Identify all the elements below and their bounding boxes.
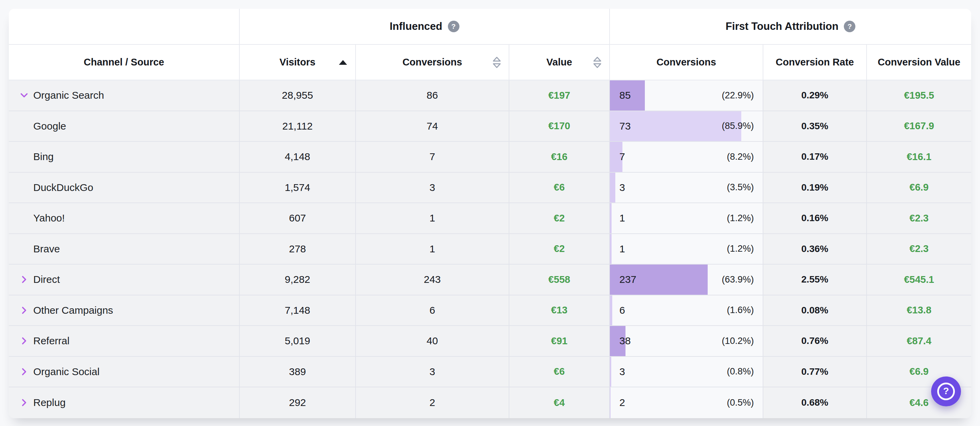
influenced-conversions-cell: 86 <box>356 81 509 111</box>
row-expand-toggle[interactable] <box>18 397 33 409</box>
header-fta-conversions[interactable]: Conversions <box>610 45 764 81</box>
visitors-cell: 5,019 <box>240 326 356 356</box>
header-conversion-value[interactable]: Conversion Value <box>867 45 971 81</box>
channel-cell: Organic Search <box>9 81 240 111</box>
conversion-value-cell: €6.9 <box>867 173 971 203</box>
table-row[interactable]: Direct 9,282 243 €558 237 (63.9%) 2.55% … <box>9 264 971 295</box>
group-header-empty <box>9 9 240 45</box>
table-row[interactable]: Yahoo! 607 1 €2 1 (1.2%) 0.16% €2.3 <box>9 203 971 234</box>
header-visitors[interactable]: Visitors <box>240 45 356 81</box>
table-row[interactable]: Google 21,112 74 €170 73 (85.9%) 0.35% €… <box>9 111 971 142</box>
channel-label: Organic Search <box>33 90 104 101</box>
conversion-value-cell: €2.3 <box>867 234 971 264</box>
influenced-help-icon[interactable]: ? <box>448 21 460 32</box>
conversion-share-bar <box>610 357 611 387</box>
channel-label: Yahoo! <box>33 212 65 224</box>
influenced-value-cell: €6 <box>509 173 610 203</box>
sort-icon[interactable] <box>492 56 501 68</box>
influenced-conversions-cell: 1 <box>356 203 509 233</box>
fta-conversions-value: 1 <box>619 212 625 224</box>
table-row[interactable]: Brave 278 1 €2 1 (1.2%) 0.36% €2.3 <box>9 234 971 265</box>
fta-conversions-cell: 73 (85.9%) <box>610 111 764 141</box>
conversion-rate-cell: 0.76% <box>764 326 867 356</box>
influenced-value-cell: €6 <box>509 357 610 387</box>
group-header-first-touch: First Touch Attribution ? <box>610 9 971 45</box>
sort-asc-active-icon[interactable] <box>338 59 348 65</box>
group-header-row: Influenced ? First Touch Attribution ? <box>9 9 971 45</box>
conversion-rate-cell: 0.16% <box>764 203 867 233</box>
header-influenced-value-label: Value <box>546 57 572 68</box>
channel-cell: Direct <box>9 264 240 295</box>
conversion-rate-cell: 2.55% <box>764 264 867 295</box>
row-expand-toggle[interactable] <box>18 366 33 377</box>
row-expand-toggle[interactable] <box>18 335 33 347</box>
table-row[interactable]: Organic Social 389 3 €6 3 (0.8%) 0.77% €… <box>9 357 971 388</box>
fta-conversions-value: 7 <box>619 151 625 163</box>
conversion-share-bar <box>610 295 612 326</box>
header-channel-label: Channel / Source <box>84 57 164 68</box>
fta-conversions-value: 237 <box>619 274 636 285</box>
header-channel-source[interactable]: Channel / Source <box>9 45 240 81</box>
fta-conversions-cell: 1 (1.2%) <box>610 203 764 233</box>
channel-cell: Brave <box>9 234 240 264</box>
channel-cell: Organic Social <box>9 357 240 387</box>
influenced-conversions-cell: 74 <box>356 111 509 141</box>
visitors-cell: 278 <box>240 234 356 264</box>
table-row[interactable]: Organic Search 28,955 86 €197 85 (22.9%)… <box>9 81 971 111</box>
header-visitors-label: Visitors <box>280 57 315 68</box>
page: { "colors": { "page_background": "#f7f8f… <box>0 0 980 426</box>
channel-label: Google <box>33 120 66 132</box>
header-influenced-conversions[interactable]: Conversions <box>356 45 509 81</box>
channel-label: Referral <box>33 335 70 347</box>
first-touch-help-icon[interactable]: ? <box>844 21 855 32</box>
influenced-conversions-cell: 6 <box>356 295 509 326</box>
fta-conversions-value: 1 <box>619 243 625 255</box>
fta-conversions-cell: 3 (3.5%) <box>610 173 764 203</box>
visitors-cell: 4,148 <box>240 142 356 172</box>
conversion-share-bar <box>610 203 612 233</box>
chevron-right-icon <box>18 274 30 285</box>
fta-conversions-percent: (22.9%) <box>722 90 754 101</box>
fta-conversions-cell: 6 (1.6%) <box>610 295 764 326</box>
table-row[interactable]: Replug 292 2 €4 2 (0.5%) 0.68% €4.6 <box>9 387 971 418</box>
visitors-cell: 28,955 <box>240 81 356 111</box>
channel-cell: Replug <box>9 387 240 418</box>
table-row[interactable]: Other Campaigns 7,148 6 €13 6 (1.6%) 0.0… <box>9 295 971 326</box>
conversion-share-bar <box>610 387 611 418</box>
help-fab-button[interactable]: ? <box>931 377 961 406</box>
fta-conversions-value: 3 <box>619 366 625 377</box>
fta-conversions-value: 38 <box>619 335 631 347</box>
conversion-value-cell: €167.9 <box>867 111 971 141</box>
influenced-value-cell: €2 <box>509 203 610 233</box>
conversion-rate-cell: 0.35% <box>764 111 867 141</box>
header-influenced-value[interactable]: Value <box>509 45 610 81</box>
row-expand-toggle[interactable] <box>18 274 33 285</box>
influenced-conversions-cell: 243 <box>356 264 509 295</box>
influenced-value-cell: €13 <box>509 295 610 326</box>
table-row[interactable]: DuckDuckGo 1,574 3 €6 3 (3.5%) 0.19% €6.… <box>9 173 971 204</box>
header-conversion-rate[interactable]: Conversion Rate <box>764 45 867 81</box>
conversion-share-bar <box>610 234 612 264</box>
conversion-rate-cell: 0.08% <box>764 295 867 326</box>
influenced-value-cell: €197 <box>509 81 610 111</box>
fta-conversions-percent: (63.9%) <box>722 274 754 285</box>
channel-cell: Yahoo! <box>9 203 240 233</box>
channel-label: DuckDuckGo <box>33 182 93 193</box>
row-expand-toggle[interactable] <box>18 90 33 101</box>
table-row[interactable]: Referral 5,019 40 €91 38 (10.2%) 0.76% €… <box>9 326 971 357</box>
row-expand-toggle[interactable] <box>18 304 33 316</box>
influenced-conversions-cell: 3 <box>356 357 509 387</box>
table-body: Organic Search 28,955 86 €197 85 (22.9%)… <box>9 81 971 418</box>
fta-conversions-cell: 237 (63.9%) <box>610 264 764 295</box>
influenced-conversions-cell: 2 <box>356 387 509 418</box>
conversion-value-cell: €2.3 <box>867 203 971 233</box>
table-row[interactable]: Bing 4,148 7 €16 7 (8.2%) 0.17% €16.1 <box>9 142 971 173</box>
sort-icon[interactable] <box>593 56 602 68</box>
fta-conversions-percent: (10.2%) <box>722 336 754 346</box>
fta-conversions-percent: (1.2%) <box>727 213 754 223</box>
conversion-value-cell: €16.1 <box>867 142 971 172</box>
header-influenced-conversions-label: Conversions <box>402 57 462 68</box>
visitors-cell: 7,148 <box>240 295 356 326</box>
group-header-influenced: Influenced ? <box>240 9 610 45</box>
help-fab-label: ? <box>943 386 949 396</box>
